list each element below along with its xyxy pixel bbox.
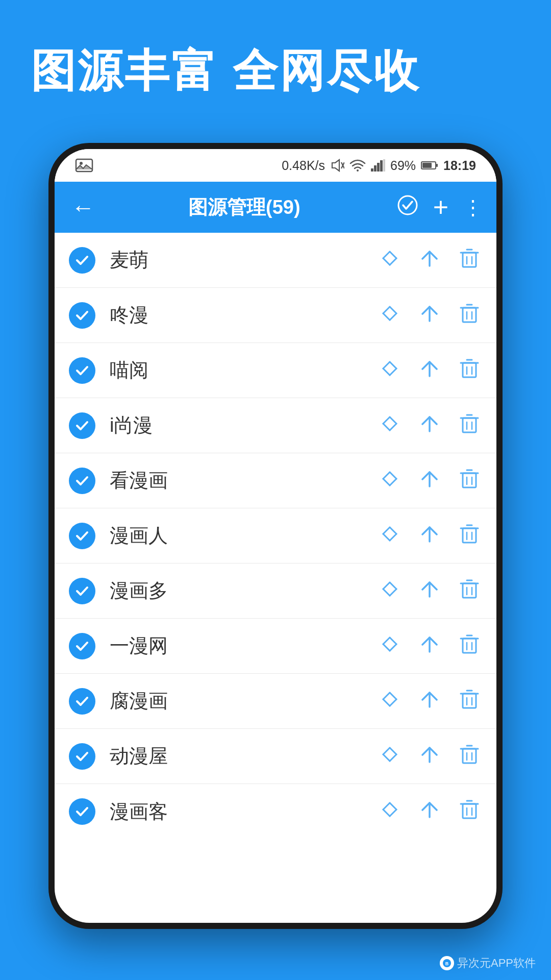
back-button[interactable]: ← [69,193,97,221]
svg-line-36 [390,362,396,369]
move-up-button[interactable] [417,358,442,383]
list-item[interactable]: 漫画客 [55,784,496,839]
add-button[interactable]: + [433,192,448,223]
delete-button[interactable] [457,303,482,328]
source-name: 麦萌 [110,247,377,273]
svg-text:B: B [445,961,449,966]
check-icon[interactable] [69,357,95,384]
source-name: 腐漫画 [110,688,377,714]
move-up-button[interactable] [417,689,442,714]
check-icon[interactable] [69,412,95,439]
edit-button[interactable] [377,578,403,604]
check-icon[interactable] [69,247,95,274]
delete-button[interactable] [457,799,482,824]
check-icon[interactable] [69,743,95,770]
svg-rect-90 [463,639,476,653]
move-up-button[interactable] [417,413,442,438]
svg-rect-12 [422,163,432,168]
move-up-button[interactable] [417,578,442,604]
svg-line-78 [390,589,396,596]
phone-frame: 0.48K/s [48,143,503,929]
item-actions [377,468,482,494]
svg-rect-40 [463,363,476,377]
list-item[interactable]: i尚漫 [55,398,496,453]
move-up-button[interactable] [417,248,442,273]
svg-line-77 [383,589,390,596]
edit-button[interactable] [377,744,403,769]
watermark-logo: B [440,956,454,970]
delete-button[interactable] [457,633,482,659]
edit-button[interactable] [377,248,403,273]
move-up-button[interactable] [417,303,442,328]
status-bar-right: 0.48K/s [282,158,476,173]
mute-icon [330,158,344,173]
svg-rect-70 [463,528,476,543]
move-up-button[interactable] [417,633,442,659]
delete-button[interactable] [457,744,482,769]
delete-button[interactable] [457,248,482,273]
move-up-button[interactable] [417,468,442,494]
check-icon[interactable] [69,633,95,659]
list-item[interactable]: 喵阅 [55,343,496,398]
edit-button[interactable] [377,799,403,824]
delete-button[interactable] [457,413,482,438]
svg-point-1 [80,162,83,165]
check-icon[interactable] [69,468,95,494]
item-actions [377,799,482,824]
watermark-text: 异次元APP软件 [457,955,536,971]
list-item[interactable]: 腐漫画 [55,674,496,729]
check-icon[interactable] [69,578,95,604]
svg-line-68 [390,534,396,541]
promo-title: 图源丰富 全网尽收 [31,41,420,102]
svg-line-95 [383,693,390,699]
delete-button[interactable] [457,689,482,714]
svg-line-67 [383,534,390,541]
svg-line-96 [390,693,396,699]
edit-button[interactable] [377,689,403,714]
list-item[interactable]: 咚漫 [55,288,496,343]
select-all-button[interactable] [396,194,419,221]
svg-rect-60 [463,473,476,487]
source-name: 漫画人 [110,523,377,549]
check-icon[interactable] [69,798,95,825]
svg-line-48 [390,424,396,430]
delete-button[interactable] [457,523,482,549]
svg-rect-30 [463,308,476,322]
more-button[interactable]: ⋮ [463,195,482,219]
app-bar-actions: + ⋮ [396,192,482,223]
svg-line-106 [390,748,396,754]
edit-button[interactable] [377,413,403,438]
move-up-button[interactable] [417,523,442,549]
item-actions [377,689,482,714]
check-icon[interactable] [69,688,95,715]
svg-line-76 [390,582,396,589]
delete-button[interactable] [457,468,482,494]
item-actions [377,578,482,604]
move-up-button[interactable] [417,799,442,824]
edit-button[interactable] [377,303,403,328]
list-item[interactable]: 看漫画 [55,453,496,508]
list-item[interactable]: 漫画人 [55,508,496,564]
list-item[interactable]: 动漫屋 [55,729,496,784]
list-item[interactable]: 一漫网 [55,619,496,674]
svg-line-17 [383,258,390,265]
edit-button[interactable] [377,468,403,494]
check-icon[interactable] [69,302,95,329]
edit-button[interactable] [377,523,403,549]
app-bar-title: 图源管理(59) [108,194,381,220]
edit-button[interactable] [377,358,403,383]
check-icon[interactable] [69,523,95,549]
delete-button[interactable] [457,358,482,383]
svg-line-115 [383,803,390,810]
move-up-button[interactable] [417,744,442,769]
list-item[interactable]: 麦萌 [55,233,496,288]
list-item[interactable]: 漫画多 [55,564,496,619]
app-bar: ← 图源管理(59) + ⋮ [55,182,496,233]
svg-marker-2 [332,160,339,171]
delete-button[interactable] [457,578,482,604]
svg-line-86 [390,638,396,644]
wifi-icon [349,159,366,172]
edit-button[interactable] [377,633,403,659]
svg-rect-100 [463,694,476,708]
svg-line-105 [383,748,390,754]
